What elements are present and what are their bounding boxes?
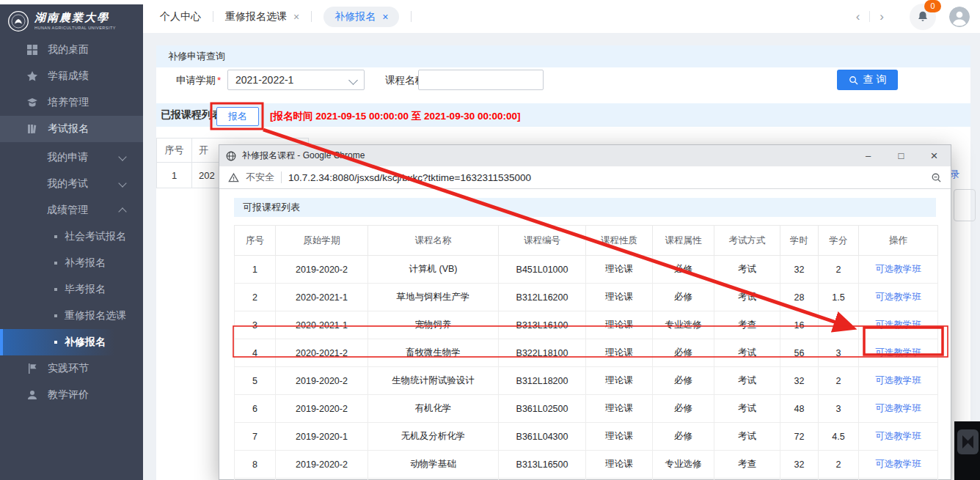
search-button[interactable]: 查 询 xyxy=(837,70,898,90)
select-class-link[interactable]: 可选教学班 xyxy=(875,403,921,413)
search-icon xyxy=(849,75,858,85)
address-divider xyxy=(281,171,282,183)
sidebar-item[interactable]: 我的桌面 xyxy=(0,37,143,63)
tab-label: 个人中心 xyxy=(160,10,201,23)
sidebar-item[interactable]: 实践环节 xyxy=(0,355,143,382)
sidebar-item[interactable]: 培养管理 xyxy=(0,89,143,116)
available-courses-table: 序号原始学期课程名称课程编号课程性质课程属性考试方式学时学分操作 12019-2… xyxy=(234,225,938,480)
warning-icon xyxy=(228,172,239,183)
screen-recorder-overlay[interactable] xyxy=(954,421,980,480)
bullet-icon xyxy=(54,314,57,317)
select-class-link[interactable]: 可选教学班 xyxy=(875,431,921,441)
nav-prev-icon[interactable]: ‹ xyxy=(846,10,870,23)
tab-label: 重修报名选课 xyxy=(225,10,287,23)
sidebar-group[interactable]: 成绩管理 xyxy=(0,197,143,224)
popup-address-bar[interactable]: 不安全 10.7.2.34:8080/jsxsd/kscj/bxkc?tktim… xyxy=(219,166,951,189)
zoom-out-icon[interactable] xyxy=(931,172,942,183)
close-tab-icon[interactable]: × xyxy=(382,11,388,23)
signup-button[interactable]: 报名 xyxy=(216,107,259,126)
table-row: 22020-2021-1草地与饲料生产学B312L16200理论课必修考试281… xyxy=(235,284,938,311)
sidebar-group-label: 我的考试 xyxy=(47,177,88,191)
sidebar-subitem[interactable]: 补修报名 xyxy=(0,329,143,355)
column-header: 课程性质 xyxy=(586,226,653,256)
background-button-fragment xyxy=(954,189,976,221)
sidebar-subitem[interactable]: 补考报名 xyxy=(0,250,143,276)
sidebar-subitem[interactable]: 毕考报名 xyxy=(0,276,143,303)
table-row: 82019-2020-2动物学基础B313L16500理论课专业选修考查322可… xyxy=(235,451,938,479)
tab[interactable]: 个人中心 xyxy=(160,10,201,23)
column-header: 原始学期 xyxy=(276,226,368,256)
table-row: 52019-2020-2生物统计附试验设计B312L18200理论课必修考试32… xyxy=(235,367,938,395)
popup-window: 补修报名课程 - Google Chrome – □ × 不安全 10.7.2.… xyxy=(219,144,951,480)
notification-badge: 0 xyxy=(924,0,941,12)
sidebar-item-label: 教学评价 xyxy=(48,388,89,402)
bullet-icon xyxy=(54,341,57,344)
query-section-title: 补修申请查询 xyxy=(168,50,225,63)
sidebar-groups: 我的申请我的考试成绩管理 xyxy=(0,144,143,224)
enrolled-section-title: 已报课程列表 xyxy=(161,108,222,122)
tab-bar: 个人中心重修报名选课×补修报名× xyxy=(143,7,846,27)
available-courses-title: 可报课程列表 xyxy=(243,201,300,214)
header-right-controls: ‹ › 0 xyxy=(846,4,980,30)
close-tab-icon[interactable]: × xyxy=(293,11,299,23)
popup-body: 可报课程列表 序号原始学期课程名称课程编号课程性质课程属性考试方式学时学分操作 … xyxy=(219,189,951,480)
select-class-link[interactable]: 可选教学班 xyxy=(875,347,921,358)
sidebar-subitem-label: 重修报名选课 xyxy=(65,309,126,322)
globe-icon xyxy=(226,151,236,161)
university-name-en: HUNAN AGRICULTURAL UNIVERSITY xyxy=(34,26,116,30)
university-seal-icon xyxy=(7,10,29,32)
column-header: 课程属性 xyxy=(653,226,714,256)
sidebar: 湖南農業大學 HUNAN AGRICULTURAL UNIVERSITY 我的桌… xyxy=(0,4,143,480)
grid-icon xyxy=(26,44,38,56)
sidebar-subitems: 社会考试报名补考报名毕考报名重修报名选课补修报名 xyxy=(0,224,143,355)
sidebar-subitem-label: 补考报名 xyxy=(65,256,106,270)
notification-bell-icon[interactable]: 0 xyxy=(910,4,936,30)
sidebar-group-label: 成绩管理 xyxy=(47,204,88,217)
maximize-button[interactable]: □ xyxy=(885,145,918,166)
sidebar-group-label: 我的申请 xyxy=(47,151,88,164)
select-class-link[interactable]: 可选教学班 xyxy=(875,292,921,302)
select-class-link[interactable]: 可选教学班 xyxy=(875,320,921,330)
table-row: 12019-2020-2计算机 (VB)B451L01000理论课必修考试322… xyxy=(235,256,938,284)
close-window-button[interactable]: × xyxy=(918,145,951,166)
available-courses-header: 可报课程列表 xyxy=(234,198,936,217)
tab-divider xyxy=(411,11,412,22)
sidebar-group[interactable]: 我的申请 xyxy=(0,144,143,171)
tab[interactable]: 补修报名× xyxy=(323,7,399,27)
university-logo: 湖南農業大學 HUNAN AGRICULTURAL UNIVERSITY xyxy=(0,4,143,37)
term-select[interactable]: 2021-2022-1 xyxy=(227,70,365,90)
required-asterisk: * xyxy=(217,75,221,86)
sidebar-item[interactable]: 学籍成绩 xyxy=(0,63,143,89)
sidebar-subitem[interactable]: 重修报名选课 xyxy=(0,303,143,329)
tab-divider xyxy=(311,11,312,22)
chevron-down-icon xyxy=(118,179,126,187)
course-name-input[interactable] xyxy=(418,70,544,90)
sidebar-item-label: 实践环节 xyxy=(48,362,89,375)
tab[interactable]: 重修报名选课× xyxy=(225,10,299,23)
sidebar-subitem[interactable]: 社会考试报名 xyxy=(0,224,143,250)
tab-label: 补修报名 xyxy=(334,10,376,23)
column-header: 课程编号 xyxy=(499,226,586,256)
sidebar-item[interactable]: 教学评价 xyxy=(0,382,143,408)
sidebar-item[interactable]: 考试报名 xyxy=(0,116,143,142)
minimize-button[interactable]: – xyxy=(852,145,885,166)
sidebar-subitem-label: 毕考报名 xyxy=(65,283,106,296)
nav-next-icon[interactable]: › xyxy=(870,10,893,23)
sidebar-menu-bottom: 实践环节教学评价 xyxy=(0,355,143,408)
top-header-bar: 个人中心重修报名选课×补修报名× ‹ › 0 xyxy=(143,0,980,34)
popup-title-bar[interactable]: 补修报名课程 - Google Chrome – □ × xyxy=(219,145,951,166)
select-class-link[interactable]: 可选教学班 xyxy=(875,459,921,469)
sidebar-group[interactable]: 我的考试 xyxy=(0,171,143,197)
sidebar-subitem-label: 社会考试报名 xyxy=(65,230,126,243)
select-class-link[interactable]: 可选教学班 xyxy=(875,264,921,274)
table-row: 42020-2021-2畜牧微生物学B322L18100理论课必修考试563可选… xyxy=(235,339,938,367)
user-avatar[interactable] xyxy=(949,7,970,27)
term-label: 申请学期* xyxy=(176,74,221,87)
url-text: 10.7.2.34:8080/jsxsd/kscj/bxkc?tktime=16… xyxy=(288,172,924,183)
column-header: 课程名称 xyxy=(368,226,499,256)
bullet-icon xyxy=(54,262,57,265)
sidebar-menu-top: 我的桌面学籍成绩培养管理考试报名 xyxy=(0,37,143,142)
university-name-cn: 湖南農業大學 xyxy=(34,12,123,23)
term-select-value: 2021-2022-1 xyxy=(235,74,293,86)
select-class-link[interactable]: 可选教学班 xyxy=(875,375,921,385)
